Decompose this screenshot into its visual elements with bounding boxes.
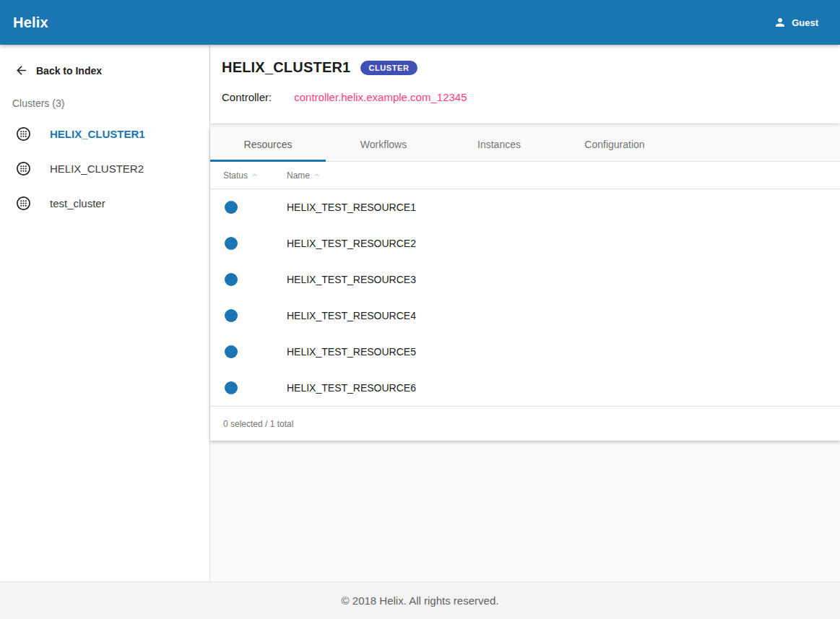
back-to-index-label: Back to Index [36, 65, 102, 77]
table-row[interactable]: HELIX_TEST_RESOURCE2 [210, 225, 840, 261]
clusters-section-label: Clusters (3) [12, 98, 209, 109]
cluster-item-label: HELIX_CLUSTER2 [50, 163, 144, 175]
cluster-item-label: HELIX_CLUSTER1 [50, 128, 145, 140]
selection-summary: 0 selected / 1 total [210, 406, 840, 441]
table-row[interactable]: HELIX_TEST_RESOURCE3 [210, 261, 840, 298]
tab-bar: Resources Workflows Instances Configurat… [210, 127, 840, 162]
controller-link[interactable]: controller.helix.example.com_12345 [294, 91, 467, 103]
cluster-type-badge: CLUSTER [360, 61, 417, 75]
cluster-icon [15, 195, 32, 212]
page-title: HELIX_CLUSTER1 [222, 59, 350, 76]
sidebar-item-test-cluster[interactable]: test_cluster [0, 186, 209, 220]
tab-configuration[interactable]: Configuration [557, 127, 672, 161]
user-menu[interactable]: Guest [774, 16, 818, 29]
table-row[interactable]: HELIX_TEST_RESOURCE6 [210, 370, 840, 406]
resource-name: HELIX_TEST_RESOURCE1 [287, 202, 416, 213]
status-circle-icon [225, 309, 238, 322]
resource-name: HELIX_TEST_RESOURCE3 [287, 274, 416, 285]
main-content: HELIX_CLUSTER1 CLUSTER Controller: contr… [210, 45, 840, 581]
sidebar-item-helix-cluster2[interactable]: HELIX_CLUSTER2 [0, 151, 209, 186]
sidebar: Back to Index Clusters (3) HELIX_CLUSTER… [0, 45, 210, 581]
table-row[interactable]: HELIX_TEST_RESOURCE1 [210, 189, 840, 225]
sidebar-item-helix-cluster1[interactable]: HELIX_CLUSTER1 [0, 116, 209, 151]
sort-ascending-icon[interactable] [251, 172, 258, 178]
tab-workflows[interactable]: Workflows [326, 127, 441, 161]
cluster-item-label: test_cluster [50, 197, 105, 209]
cluster-header-card: HELIX_CLUSTER1 CLUSTER Controller: contr… [210, 45, 840, 124]
status-circle-icon [225, 273, 238, 286]
tab-instances[interactable]: Instances [441, 127, 557, 161]
status-circle-icon [225, 237, 238, 250]
sort-ascending-icon[interactable] [313, 172, 320, 178]
tab-resources[interactable]: Resources [210, 127, 326, 161]
controller-label: Controller: [222, 91, 272, 103]
top-app-bar: Helix Guest [0, 0, 840, 45]
arrow-back-icon [14, 64, 28, 77]
resource-name: HELIX_TEST_RESOURCE5 [287, 346, 416, 358]
resource-name: HELIX_TEST_RESOURCE4 [287, 310, 416, 321]
app-title: Helix [13, 14, 48, 31]
status-circle-icon [225, 381, 238, 394]
resources-card: Resources Workflows Instances Configurat… [210, 127, 840, 441]
status-circle-icon [225, 345, 238, 358]
resource-name: HELIX_TEST_RESOURCE6 [287, 382, 416, 394]
main-background [210, 441, 840, 581]
column-header-status[interactable]: Status [223, 170, 248, 181]
column-header-name[interactable]: Name [287, 170, 310, 181]
copyright-text: © 2018 Helix. All rights reserved. [342, 594, 499, 607]
person-icon [774, 16, 787, 29]
cluster-icon [15, 126, 32, 142]
table-header: Status Name [210, 162, 840, 189]
table-row[interactable]: HELIX_TEST_RESOURCE5 [210, 334, 840, 370]
status-circle-icon [225, 201, 238, 214]
user-name: Guest [792, 17, 818, 28]
middle-region: Back to Index Clusters (3) HELIX_CLUSTER… [0, 45, 840, 581]
back-to-index-link[interactable]: Back to Index [0, 64, 209, 77]
page-footer: © 2018 Helix. All rights reserved. [0, 581, 840, 619]
cluster-icon [15, 160, 32, 177]
resource-name: HELIX_TEST_RESOURCE2 [287, 238, 416, 249]
table-row[interactable]: HELIX_TEST_RESOURCE4 [210, 298, 840, 334]
